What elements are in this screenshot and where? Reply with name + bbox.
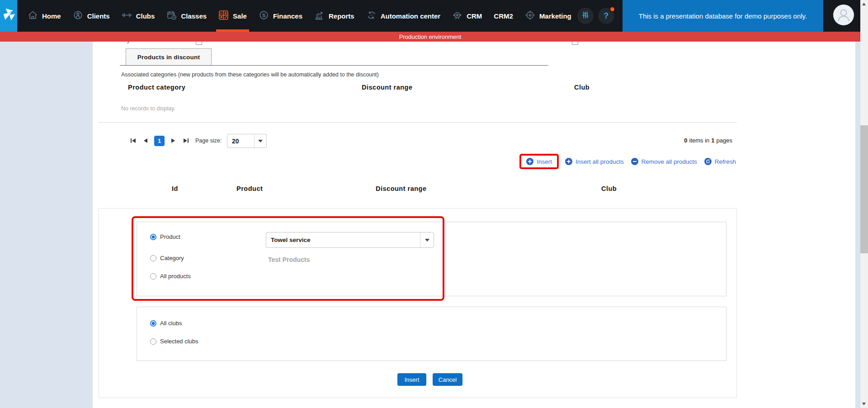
top-navbar: Home Clients Clubs Classes Sale S Financ… bbox=[0, 0, 860, 32]
sliders-icon bbox=[581, 10, 590, 21]
clubs-panel bbox=[137, 307, 726, 361]
radio-selected-clubs[interactable]: Selected clubs bbox=[150, 338, 198, 345]
user-menu[interactable] bbox=[823, 0, 863, 32]
nav-item-crm[interactable]: CRM bbox=[446, 0, 488, 32]
insert-all-products-link[interactable]: Insert all products bbox=[565, 158, 624, 165]
clipped-checkbox[interactable] bbox=[572, 42, 578, 45]
nav-label: CRM bbox=[467, 12, 482, 20]
page-content: y Products in discount Associated catego… bbox=[93, 42, 855, 408]
radio-unselected-icon[interactable] bbox=[150, 255, 156, 261]
radio-all-products[interactable]: All products bbox=[150, 273, 191, 280]
product-combobox-value: Towel service bbox=[266, 237, 420, 243]
main-menu: Home Clients Clubs Classes Sale S Financ… bbox=[22, 0, 577, 32]
insert-button[interactable]: Insert bbox=[397, 373, 426, 386]
nav-label: Clubs bbox=[136, 12, 155, 20]
clipped-checkbox[interactable] bbox=[196, 42, 202, 45]
nav-item-crm2[interactable]: CRM2 bbox=[488, 0, 519, 32]
notification-dot bbox=[609, 6, 615, 12]
calculator-icon bbox=[218, 10, 229, 22]
chevron-down-icon bbox=[425, 239, 429, 242]
scrollbar-thumb[interactable] bbox=[860, 125, 868, 253]
nav-label: Automation center bbox=[381, 12, 441, 20]
product-combobox-arrow[interactable] bbox=[420, 232, 434, 247]
equalizer-button[interactable] bbox=[577, 8, 594, 24]
column-header-discount-range: Discount range bbox=[376, 185, 427, 192]
nav-item-home[interactable]: Home bbox=[22, 0, 67, 32]
scroll-up-arrow-icon[interactable] bbox=[862, 3, 866, 5]
environment-bar-label: Production environment bbox=[399, 33, 461, 40]
nav-label: CRM2 bbox=[494, 12, 513, 20]
clipped-label-fragment: y bbox=[127, 42, 130, 44]
radio-label: Product bbox=[160, 233, 180, 240]
first-page-button[interactable] bbox=[129, 137, 137, 145]
tab-products-in-discount[interactable]: Products in discount bbox=[126, 48, 212, 65]
navbar-right-cluster: ? This is a presentation database for de… bbox=[577, 0, 863, 32]
radio-label: Category bbox=[160, 255, 184, 261]
radio-label: All products bbox=[160, 273, 191, 280]
column-header-product: Product bbox=[236, 185, 263, 192]
radio-all-clubs[interactable]: All clubs bbox=[150, 320, 182, 327]
no-records-text: No records to display. bbox=[121, 105, 175, 112]
nav-label: Sale bbox=[233, 12, 247, 20]
demo-banner-text: This is a presentation database for demo… bbox=[639, 12, 807, 20]
refresh-link[interactable]: Refresh bbox=[704, 158, 736, 165]
nav-label: Clients bbox=[87, 12, 110, 20]
next-page-button[interactable] bbox=[169, 137, 177, 145]
page-size-dropdown-arrow[interactable] bbox=[254, 134, 266, 147]
agent-icon bbox=[452, 10, 462, 22]
nav-item-classes[interactable]: Classes bbox=[160, 0, 212, 32]
calendar-clock-icon bbox=[166, 10, 177, 22]
current-page-button[interactable]: 1 bbox=[154, 136, 165, 146]
plus-circle-icon bbox=[526, 158, 533, 165]
help-button[interactable]: ? bbox=[598, 8, 614, 24]
grid-toolbar: Insert Insert all products Remove all pr… bbox=[93, 158, 736, 165]
column-header-club: Club bbox=[601, 185, 617, 192]
question-mark-icon: ? bbox=[604, 11, 609, 21]
radio-label: Selected clubs bbox=[160, 338, 198, 345]
column-header-club: Club bbox=[574, 84, 590, 91]
nav-item-reports[interactable]: Reports bbox=[308, 0, 360, 32]
dollar-circle-icon: S bbox=[259, 10, 269, 22]
nav-item-clubs[interactable]: Clubs bbox=[116, 0, 161, 32]
chevron-down-icon bbox=[258, 140, 263, 142]
nav-item-automation-center[interactable]: Automation center bbox=[360, 0, 447, 32]
nav-label: Classes bbox=[181, 12, 207, 20]
page-size-value: 20 bbox=[227, 138, 254, 145]
cancel-button[interactable]: Cancel bbox=[433, 373, 462, 386]
product-combobox[interactable]: Towel service bbox=[266, 232, 434, 248]
last-page-button[interactable] bbox=[182, 137, 190, 145]
product-category-hint: Test Products bbox=[268, 256, 310, 263]
tab-label: Products in discount bbox=[137, 54, 200, 61]
radio-selected-icon[interactable] bbox=[150, 320, 156, 327]
svg-text:S: S bbox=[262, 13, 266, 18]
radio-unselected-icon[interactable] bbox=[150, 338, 156, 345]
radio-product[interactable]: Product bbox=[150, 233, 180, 240]
insert-link[interactable]: Insert bbox=[519, 154, 559, 169]
previous-page-button[interactable] bbox=[142, 137, 150, 145]
nav-label: Home bbox=[42, 12, 61, 20]
nav-item-finances[interactable]: S Finances bbox=[253, 0, 308, 32]
page-size-dropdown[interactable]: 20 bbox=[227, 134, 267, 148]
home-icon bbox=[28, 10, 38, 22]
minus-circle-icon bbox=[631, 158, 638, 165]
scroll-down-arrow-icon[interactable] bbox=[862, 403, 866, 405]
vertical-scrollbar[interactable] bbox=[860, 0, 868, 408]
grid-separator-line bbox=[99, 122, 737, 123]
bar-chart-icon bbox=[314, 10, 325, 22]
nav-item-marketing[interactable]: Marketing bbox=[519, 0, 577, 32]
nav-item-clients[interactable]: Clients bbox=[67, 0, 116, 32]
logo-star-icon bbox=[0, 6, 17, 25]
radio-category[interactable]: Category bbox=[150, 255, 184, 261]
radio-unselected-icon[interactable] bbox=[150, 273, 156, 280]
radio-label: All clubs bbox=[160, 320, 182, 327]
nav-label: Marketing bbox=[539, 12, 571, 20]
nav-label: Reports bbox=[329, 12, 354, 20]
nav-item-sale[interactable]: Sale bbox=[212, 0, 253, 32]
page-size-label: Page size: bbox=[195, 138, 222, 144]
clients-icon bbox=[73, 10, 83, 22]
target-icon bbox=[525, 10, 535, 22]
remove-all-products-link[interactable]: Remove all products bbox=[631, 158, 697, 165]
radio-selected-icon[interactable] bbox=[150, 234, 156, 240]
app-logo[interactable] bbox=[0, 0, 17, 32]
plus-circle-icon bbox=[565, 158, 572, 165]
